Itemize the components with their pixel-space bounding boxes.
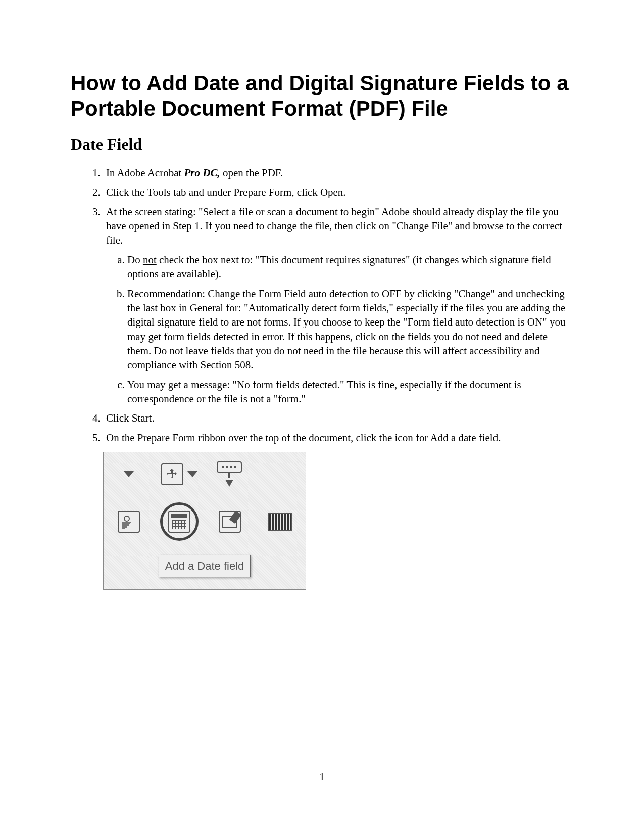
add-image-field bbox=[104, 511, 154, 533]
document-page: How to Add Date and Digital Signature Fi… bbox=[0, 0, 644, 590]
step-3-text: At the screen stating: "Select a file or… bbox=[106, 206, 562, 247]
calendar-icon bbox=[168, 511, 190, 533]
step-3c: You may get a message: "No form fields d… bbox=[127, 378, 573, 406]
image-icon bbox=[118, 511, 140, 533]
dropdown-icon bbox=[124, 471, 134, 477]
signature-icon bbox=[219, 511, 241, 533]
step-2: Click the Tools tab and under Prepare Fo… bbox=[103, 185, 573, 199]
field-box-icon bbox=[217, 461, 242, 473]
add-signature-field bbox=[205, 511, 255, 533]
step-3a-pre: Do bbox=[127, 254, 143, 266]
tooltip-row: Add a Date field bbox=[104, 547, 306, 589]
step-1-emphasis: Pro DC, bbox=[184, 167, 220, 179]
ribbon-dropdown-1 bbox=[104, 471, 154, 477]
ribbon-row-2 bbox=[104, 496, 306, 547]
add-barcode-field bbox=[255, 513, 306, 531]
step-3a-underline-not: not bbox=[143, 254, 157, 266]
step-1-text-post: open the PDF. bbox=[220, 167, 283, 179]
ribbon-row-1 bbox=[104, 452, 306, 496]
section-heading-date-field: Date Field bbox=[71, 135, 573, 154]
step-3-substeps: Do not check the box next to: "This docu… bbox=[106, 253, 573, 406]
prepare-form-ribbon-figure: Add a Date field bbox=[103, 452, 306, 590]
dropdown-icon bbox=[187, 471, 197, 477]
ribbon-move-tool bbox=[154, 463, 205, 485]
step-3a: Do not check the box next to: "This docu… bbox=[127, 253, 573, 282]
tooltip-add-date-field: Add a Date field bbox=[159, 555, 251, 577]
add-date-field bbox=[154, 511, 205, 533]
step-3b: Recommendation: Change the Form Field au… bbox=[127, 287, 573, 373]
arrow-stem bbox=[228, 473, 230, 478]
page-number: 1 bbox=[0, 771, 644, 783]
move-icon bbox=[161, 463, 183, 485]
arrow-down-icon bbox=[225, 480, 233, 487]
step-1-text-pre: In Adobe Acrobat bbox=[106, 167, 184, 179]
barcode-icon bbox=[268, 513, 292, 531]
step-1: In Adobe Acrobat Pro DC, open the PDF. bbox=[103, 166, 573, 180]
steps-list: In Adobe Acrobat Pro DC, open the PDF. C… bbox=[71, 166, 573, 445]
step-4: Click Start. bbox=[103, 411, 573, 425]
page-title: How to Add Date and Digital Signature Fi… bbox=[71, 71, 573, 121]
step-3: At the screen stating: "Select a file or… bbox=[103, 205, 573, 406]
step-3a-post: check the box next to: "This document re… bbox=[127, 254, 551, 280]
step-5: On the Prepare Form ribbon over the top … bbox=[103, 431, 573, 445]
ribbon-dropdown-field bbox=[205, 461, 256, 487]
